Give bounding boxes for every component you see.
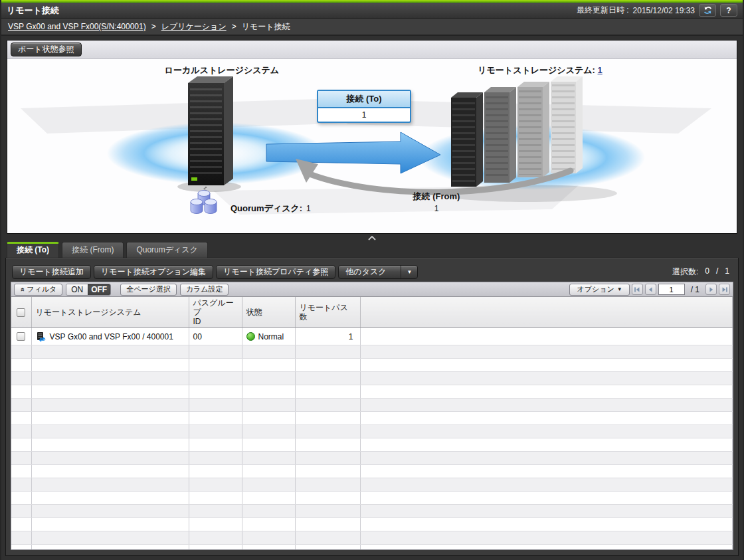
remote-system-label: リモートストレージシステム: 1 — [454, 64, 626, 76]
selection-selected: 0 — [705, 266, 709, 278]
breadcrumb-current-page: リモート接続 — [242, 21, 290, 33]
selection-count: 選択数: 0 / 1 — [672, 266, 732, 278]
cell-remote-path-count: 1 — [295, 328, 360, 345]
view-remote-connection-properties-button[interactable]: リモート接続プロパティ参照 — [216, 265, 335, 279]
connection-to-value: 1 — [318, 108, 410, 122]
collapse-chevron-icon — [367, 236, 377, 241]
table-row-empty — [11, 399, 733, 412]
table-row-empty — [11, 545, 733, 551]
select-all-pages-button[interactable]: 全ページ選択 — [120, 284, 177, 296]
options-button[interactable]: オプション ▼ — [569, 284, 629, 296]
column-header-remote-paths[interactable]: リモートパス数 — [295, 297, 360, 328]
other-tasks-button[interactable]: 他のタスク ▼ — [338, 265, 418, 279]
first-page-icon — [633, 286, 641, 294]
table-row-empty — [11, 452, 733, 465]
table-row-empty — [11, 345, 733, 359]
column-header-status[interactable]: 状態 — [242, 297, 295, 328]
table-row-empty — [11, 531, 733, 545]
filter-bar: » フィルタ ON OFF 全ページ選択 カラム設定 オプション ▼ — [11, 282, 733, 297]
table-toolbar: リモート接続追加 リモート接続オプション編集 リモート接続プロパティ参照 他のタ… — [11, 262, 733, 282]
connection-diagram-panel: ポート状態参照 — [7, 40, 737, 234]
edit-remote-connection-options-button[interactable]: リモート接続オプション編集 — [94, 265, 213, 279]
cell-filler — [360, 328, 733, 345]
table-row-empty — [11, 425, 733, 438]
local-system-label: ローカルストレージシステム — [119, 64, 325, 76]
storage-system-icon — [36, 331, 46, 342]
dropdown-arrow-icon: ▼ — [401, 266, 417, 278]
page-total: / 1 — [687, 285, 703, 294]
add-remote-connection-button[interactable]: リモート接続追加 — [12, 265, 91, 279]
filter-on-off-toggle: ON OFF — [66, 284, 111, 296]
last-page-icon — [721, 286, 729, 294]
table-row-empty — [11, 359, 733, 372]
dropdown-arrow-icon: ▼ — [617, 286, 622, 292]
row-checkbox[interactable] — [17, 332, 25, 341]
help-button[interactable]: ? — [720, 4, 737, 17]
tab-connection-to[interactable]: 接続 (To) — [7, 242, 59, 258]
filter-on-button[interactable]: ON — [66, 284, 88, 295]
title-bar: リモート接続 最終更新日時 : 2015/12/02 19:33 ? — [1, 3, 743, 19]
port-status-button[interactable]: ポート状態参照 — [11, 43, 82, 56]
cell-path-group-id: 00 — [189, 328, 242, 345]
select-all-checkbox[interactable] — [17, 308, 25, 317]
column-header-path-group-id[interactable]: パスグループ ID — [189, 297, 242, 328]
page-number-input[interactable] — [658, 284, 685, 295]
selection-label: 選択数: — [672, 266, 698, 278]
quorum-disk-label: Quorumディスク:1 — [231, 203, 311, 215]
breadcrumb-separator: > — [151, 22, 156, 31]
filter-button[interactable]: » フィルタ — [14, 284, 62, 296]
quorum-disk-value: 1 — [306, 204, 311, 213]
remote-system-count-link[interactable]: 1 — [598, 65, 603, 75]
refresh-button[interactable] — [699, 4, 716, 17]
table-row-empty — [11, 505, 733, 518]
column-settings-button[interactable]: カラム設定 — [180, 284, 229, 296]
refresh-icon — [703, 5, 713, 15]
pager-last-button[interactable] — [719, 284, 730, 295]
prev-page-icon — [646, 286, 654, 294]
table-row-empty — [11, 492, 733, 505]
connection-to-box: 接続 (To) 1 — [317, 90, 411, 123]
table-row-empty — [11, 438, 733, 452]
pager-first-button[interactable] — [632, 284, 643, 295]
page-title: リモート接続 — [7, 5, 59, 17]
help-icon: ? — [726, 6, 731, 15]
pagination: オプション ▼ / 1 — [569, 284, 730, 296]
selection-separator: / — [716, 266, 718, 278]
table-row[interactable]: VSP Gx00 and VSP Fx00 / 400001 00 Normal… — [11, 328, 733, 345]
connection-to-label: 接続 (To) — [318, 91, 410, 108]
tab-connection-from[interactable]: 接続 (From) — [62, 242, 124, 258]
last-updated-value: 2015/12/02 19:33 — [633, 6, 695, 15]
pager-next-button[interactable] — [705, 284, 717, 295]
table-row-empty — [11, 385, 733, 399]
pager-prev-button[interactable] — [645, 284, 656, 295]
table-row-empty — [11, 465, 733, 478]
cell-storage-system: VSP Gx00 and VSP Fx00 / 400001 — [50, 332, 173, 341]
column-header-filler — [360, 297, 733, 328]
status-normal-icon — [246, 332, 255, 341]
connection-from-value: 1 — [383, 204, 490, 213]
table-header-row: リモートストレージシステム パスグループ ID 状態 リモートパス数 — [11, 297, 733, 328]
table-row-empty — [11, 372, 733, 385]
connection-diagram: ローカルストレージシステム リモートストレージシステム: 1 接続 (To) 1… — [7, 59, 737, 233]
remote-connection-table: リモートストレージシステム パスグループ ID 状態 リモートパス数 — [11, 297, 733, 550]
selection-total: 1 — [725, 266, 729, 278]
diagram-scene — [7, 59, 737, 233]
diagram-toolbar: ポート状態参照 — [7, 41, 737, 59]
table-row-empty — [11, 412, 733, 425]
remote-connection-window: リモート接続 最終更新日時 : 2015/12/02 19:33 ? VSP G… — [0, 0, 744, 560]
filter-expand-icon: » — [18, 287, 26, 291]
cell-status: Normal — [258, 332, 284, 341]
breadcrumb: VSP Gx00 and VSP Fx00(S/N:400001) > レプリケ… — [1, 19, 743, 36]
table-row-empty — [11, 518, 733, 531]
connection-from-label: 接続 (From) — [383, 191, 490, 203]
column-header-storage-system[interactable]: リモートストレージシステム — [31, 297, 189, 328]
last-updated-label: 最終更新日時 : — [577, 5, 629, 16]
breadcrumb-replication-link[interactable]: レプリケーション — [161, 21, 227, 33]
tab-bar: 接続 (To) 接続 (From) Quorumディスク — [7, 242, 208, 258]
last-updated: 最終更新日時 : 2015/12/02 19:33 — [577, 5, 695, 16]
connection-table-panel: リモート接続追加 リモート接続オプション編集 リモート接続プロパティ参照 他のタ… — [5, 258, 739, 556]
filter-off-button[interactable]: OFF — [88, 284, 110, 295]
breadcrumb-storage-system-link[interactable]: VSP Gx00 and VSP Fx00(S/N:400001) — [8, 22, 146, 31]
table-row-empty — [11, 478, 733, 492]
tab-quorum-disk[interactable]: Quorumディスク — [126, 242, 207, 258]
